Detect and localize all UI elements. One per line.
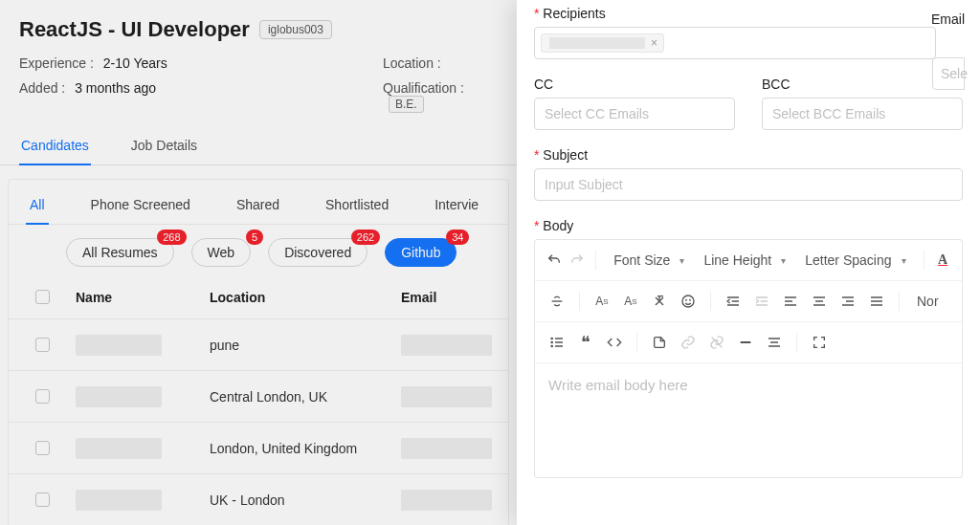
font-size-dropdown[interactable]: Font Size▾ (606, 252, 692, 268)
tab-candidates[interactable]: Candidates (19, 128, 91, 164)
align-center-icon[interactable] (807, 289, 832, 314)
meta-location: Location : (383, 55, 498, 71)
col-location: Location (200, 290, 391, 305)
align-justify-icon[interactable] (864, 289, 889, 314)
name-redacted (76, 438, 162, 459)
redo-icon[interactable] (568, 248, 587, 273)
chip-web[interactable]: Web 5 (191, 238, 252, 267)
svg-point-5 (551, 345, 552, 346)
bcc-input[interactable] (762, 98, 963, 130)
badge-count: 262 (351, 230, 380, 245)
email-drawer: Recipients Email × Sele CC BCC Subject B… (517, 0, 980, 525)
undo-icon[interactable] (545, 248, 564, 273)
svg-point-4 (551, 341, 552, 342)
align-left-icon[interactable] (778, 289, 803, 314)
table-header: Name Location Email (9, 274, 508, 319)
job-id-tag: iglobus003 (259, 20, 332, 39)
row-checkbox[interactable] (35, 389, 50, 404)
indent-increase-icon[interactable] (749, 289, 774, 314)
badge-count: 34 (446, 230, 469, 245)
badge-count: 5 (246, 230, 263, 245)
name-redacted (76, 386, 162, 407)
align-right-icon[interactable] (835, 289, 860, 314)
email-redacted (401, 490, 492, 511)
table-row[interactable]: pune (9, 319, 508, 371)
line-height-dropdown[interactable]: Line Height▾ (696, 252, 793, 268)
email-redacted (401, 386, 492, 407)
link-icon[interactable] (676, 330, 701, 355)
select-all-checkbox[interactable] (35, 290, 50, 304)
attachment-icon[interactable] (647, 330, 672, 355)
subject-input[interactable] (534, 168, 963, 201)
badge-count: 268 (157, 230, 186, 245)
editor-toolbar: Font Size▾ Line Height▾ Letter Spacing▾ … (534, 239, 963, 363)
svg-point-3 (551, 338, 552, 339)
svg-point-1 (686, 299, 687, 300)
align-toggle-icon[interactable] (762, 330, 787, 355)
row-checkbox[interactable] (35, 338, 50, 352)
letter-spacing-dropdown[interactable]: Letter Spacing▾ (797, 252, 913, 268)
row-checkbox[interactable] (35, 492, 50, 507)
indent-decrease-icon[interactable] (721, 289, 746, 314)
name-redacted (76, 490, 162, 511)
email-template-label: Email (931, 11, 965, 27)
col-email: Email (391, 290, 509, 305)
tab-shared[interactable]: Shared (233, 193, 283, 224)
chip-all-resumes[interactable]: All Resumes 268 (66, 238, 174, 267)
row-checkbox[interactable] (35, 441, 50, 455)
meta-experience: Experience : 2-10 Years (19, 55, 383, 71)
cell-location: pune (200, 338, 391, 353)
tab-phone-screened[interactable]: Phone Screened (87, 193, 194, 224)
clear-format-icon[interactable] (647, 289, 672, 314)
tab-interview[interactable]: Intervie (431, 193, 482, 224)
primary-tabs: Candidates Job Details (0, 128, 517, 165)
recipient-token[interactable]: × (541, 33, 664, 53)
secondary-tabs: All Phone Screened Shared Shortlisted In… (9, 180, 508, 225)
svg-point-2 (690, 299, 691, 300)
paragraph-dropdown[interactable]: Nor (909, 294, 947, 309)
chip-github[interactable]: Github 34 (385, 238, 457, 267)
recipients-label: Recipients (534, 6, 963, 21)
email-redacted (401, 438, 492, 459)
cell-location: UK - London (200, 492, 391, 508)
svg-point-0 (682, 295, 694, 307)
tab-all[interactable]: All (26, 193, 49, 224)
cc-label: CC (534, 77, 735, 92)
subscript-icon[interactable]: AS (618, 289, 643, 314)
table-row[interactable]: London, United Kingdom (9, 423, 508, 474)
subject-label: Subject (534, 147, 963, 163)
cell-location: London, United Kingdom (200, 441, 391, 456)
meta-qualification: Qualification : B.E. (383, 80, 498, 111)
code-icon[interactable] (602, 330, 627, 355)
remove-token-icon[interactable]: × (651, 36, 657, 50)
body-label: Body (534, 218, 963, 233)
strikethrough-icon[interactable] (545, 289, 569, 314)
recipients-input[interactable]: × (534, 27, 936, 59)
table-row[interactable]: UK - London (9, 474, 508, 525)
chip-discovered[interactable]: Discovered 262 (268, 238, 368, 267)
quote-icon[interactable]: ❝ (573, 330, 598, 355)
email-template-select[interactable]: Sele (932, 57, 965, 90)
col-name: Name (66, 290, 200, 305)
cc-input[interactable] (534, 98, 735, 130)
tab-shortlisted[interactable]: Shortlisted (322, 193, 392, 224)
list-bullet-icon[interactable] (545, 330, 569, 355)
fullscreen-icon[interactable] (807, 330, 832, 355)
source-chips: All Resumes 268 Web 5 Discovered 262 Git… (9, 225, 508, 274)
font-color-icon[interactable]: A (933, 248, 952, 273)
body-editor[interactable]: Write email body here (534, 363, 963, 478)
name-redacted (76, 335, 162, 356)
table-row[interactable]: Central London, UK (9, 371, 508, 423)
superscript-icon[interactable]: AS (590, 289, 614, 314)
horizontal-rule-icon[interactable] (733, 330, 758, 355)
page-title: ReactJS - UI Developer (19, 17, 250, 42)
cell-location: Central London, UK (200, 389, 391, 405)
emoji-icon[interactable] (676, 289, 701, 314)
unlink-icon[interactable] (704, 330, 729, 355)
meta-added: Added : 3 months ago (19, 80, 383, 111)
email-redacted (401, 335, 492, 356)
tab-job-details[interactable]: Job Details (129, 128, 199, 164)
